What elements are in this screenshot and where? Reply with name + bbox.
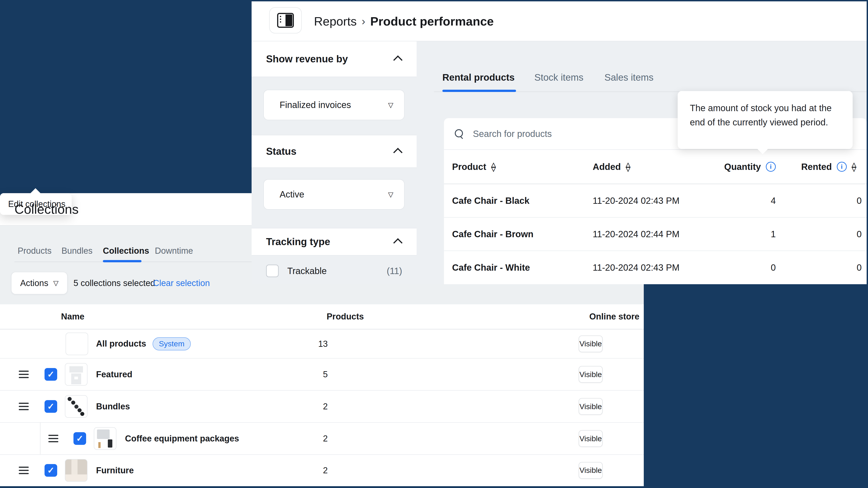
online-store-visibility-button[interactable]: Visible xyxy=(579,398,602,415)
table-row-furniture: ✓ Furniture 2 Visible xyxy=(0,455,644,486)
filter-section-show-revenue-by[interactable]: Show revenue by xyxy=(252,41,416,77)
column-header-quantity[interactable]: Quantity i xyxy=(724,150,776,184)
tab-bundles[interactable]: Bundles xyxy=(61,245,92,257)
breadcrumb-reports-link[interactable]: Reports xyxy=(314,14,357,28)
table-row-bundles: ✓ Bundles 2 Visible xyxy=(0,391,644,423)
trackable-label: Trackable xyxy=(287,266,327,276)
row-name: Furniture xyxy=(96,465,134,475)
collections-table-body: All products System 13 Visible ✓ Feature… xyxy=(0,329,644,486)
cell-added: 11-20-2024 02:44 PM xyxy=(593,218,680,251)
tab-sales-items[interactable]: Sales items xyxy=(604,71,653,84)
column-header-online-store: Online store xyxy=(589,304,640,329)
online-store-visibility-button[interactable]: Visible xyxy=(579,366,602,383)
actions-button[interactable]: Actions ▽ xyxy=(11,272,68,294)
active-tab-underline xyxy=(103,260,142,262)
caret-down-icon: ▽ xyxy=(388,102,393,108)
nesting-indent-line xyxy=(40,423,40,454)
table-row-cafe-chair-brown[interactable]: Cafe Chair - Brown 11-20-2024 02:44 PM 1… xyxy=(444,218,867,251)
status-value: Active xyxy=(280,189,304,199)
search-icon xyxy=(455,129,465,139)
tooltip-text: The amount of stock you had at the end o… xyxy=(690,101,840,129)
row-name: All products xyxy=(96,339,146,349)
cell-quantity: 0 xyxy=(749,251,776,284)
cell-product: Cafe Chair - Black xyxy=(452,184,529,217)
active-tab-underline xyxy=(442,90,516,92)
cell-product: Cafe Chair - White xyxy=(452,251,530,284)
table-row-cafe-chair-white[interactable]: Cafe Chair - White 11-20-2024 02:43 PM 0… xyxy=(444,251,867,284)
filter-section-status[interactable]: Status xyxy=(252,135,416,168)
revenue-by-select[interactable]: Finalized invoices ▽ xyxy=(264,90,405,120)
tab-rental-products[interactable]: Rental products xyxy=(442,71,515,84)
products-count: 2 xyxy=(312,465,328,475)
column-header-products: Products xyxy=(327,304,364,329)
table-row-coffee-equipment-packages: ✓ Coffee equipment packages 2 Visible xyxy=(0,423,644,455)
sidebar-toggle-button[interactable] xyxy=(269,7,302,33)
column-header-product[interactable]: Product △▽ xyxy=(452,150,496,184)
thumbnail-bundles xyxy=(65,395,88,418)
reports-header: Reports › Product performance xyxy=(252,1,867,41)
cell-added: 11-20-2024 02:43 PM xyxy=(593,251,680,284)
revenue-by-value: Finalized invoices xyxy=(280,100,351,110)
caret-down-icon: ▽ xyxy=(53,280,59,287)
products-count: 13 xyxy=(312,339,328,349)
cell-rented: 0 xyxy=(835,218,862,251)
table-row-cafe-chair-black[interactable]: Cafe Chair - Black 11-20-2024 02:43 PM 4… xyxy=(444,184,867,218)
actions-dropdown-menu: Edit collections xyxy=(0,193,72,215)
tab-collections[interactable]: Collections xyxy=(103,245,149,257)
menu-item-edit-collections[interactable]: Edit collections xyxy=(8,193,65,215)
thumbnail-furniture xyxy=(65,459,88,482)
filter-section-tracking-type[interactable]: Tracking type xyxy=(252,228,416,256)
online-store-visibility-button[interactable]: Visible xyxy=(579,430,602,447)
status-select[interactable]: Active ▽ xyxy=(264,179,405,210)
row-name: Featured xyxy=(96,369,132,379)
filter-section-title: Show revenue by xyxy=(266,53,348,65)
quantity-tooltip: The amount of stock you had at the end o… xyxy=(678,91,852,149)
drag-handle-icon[interactable] xyxy=(19,403,29,410)
sort-icon[interactable]: △▽ xyxy=(491,162,496,171)
cell-rented: 0 xyxy=(835,251,862,284)
row-name: Coffee equipment packages xyxy=(125,434,239,444)
tab-stock-items[interactable]: Stock items xyxy=(534,71,583,84)
filter-section-title: Status xyxy=(266,146,296,157)
sort-icon[interactable]: △▽ xyxy=(626,162,630,171)
drag-handle-icon[interactable] xyxy=(19,466,29,474)
info-icon[interactable]: i xyxy=(766,162,776,172)
cell-added: 11-20-2024 02:43 PM xyxy=(593,184,680,217)
reports-window: Reports › Product performance Show reven… xyxy=(252,1,867,284)
breadcrumb-current-page: Product performance xyxy=(370,14,494,28)
column-header-rented[interactable]: Rented i △▽ xyxy=(801,150,856,184)
thumbnail-featured xyxy=(65,363,88,386)
trackable-count: (11) xyxy=(387,266,402,276)
clear-selection-link[interactable]: Clear selection xyxy=(153,272,210,294)
cell-quantity: 4 xyxy=(749,184,776,217)
column-header-added[interactable]: Added △▽ xyxy=(593,150,630,184)
drag-handle-icon[interactable] xyxy=(49,435,58,442)
row-checkbox[interactable]: ✓ xyxy=(44,400,57,413)
online-store-visibility-button[interactable]: Visible xyxy=(579,335,602,352)
filter-section-title: Tracking type xyxy=(266,236,330,248)
online-store-visibility-button[interactable]: Visible xyxy=(579,462,602,479)
cell-quantity: 1 xyxy=(749,218,776,251)
caret-down-icon: ▽ xyxy=(388,191,393,198)
drag-handle-icon[interactable] xyxy=(19,371,29,378)
row-checkbox[interactable]: ✓ xyxy=(44,368,57,381)
tab-downtime[interactable]: Downtime xyxy=(155,245,193,257)
info-icon[interactable]: i xyxy=(837,162,847,172)
row-name: Bundles xyxy=(96,402,130,412)
cell-rented: 0 xyxy=(835,184,862,217)
row-checkbox[interactable]: ✓ xyxy=(73,432,86,445)
actions-button-label: Actions xyxy=(20,278,49,288)
products-table-header: Product △▽ Added △▽ Quantity i Rented i … xyxy=(444,150,867,184)
tab-products[interactable]: Products xyxy=(18,245,52,257)
chevron-up-icon xyxy=(393,238,403,248)
sort-icon[interactable]: △▽ xyxy=(852,162,856,171)
selection-count-text: 5 collections selected xyxy=(73,272,155,294)
trackable-checkbox[interactable] xyxy=(266,265,279,277)
sidebar-layout-icon xyxy=(277,13,294,28)
products-count: 2 xyxy=(312,402,328,412)
cell-product: Cafe Chair - Brown xyxy=(452,218,533,251)
row-checkbox[interactable]: ✓ xyxy=(44,464,57,477)
search-input[interactable] xyxy=(472,129,677,139)
breadcrumb-separator: › xyxy=(362,15,365,27)
system-badge: System xyxy=(153,337,191,350)
